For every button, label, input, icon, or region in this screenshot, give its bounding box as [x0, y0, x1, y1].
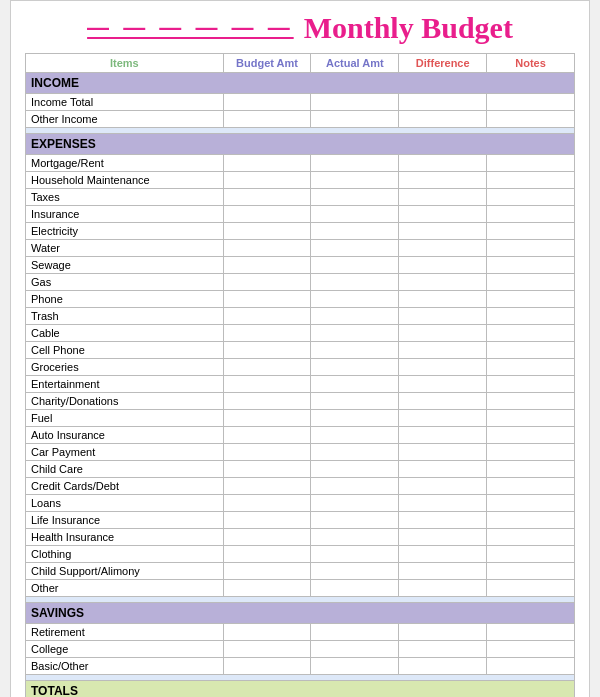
row-cell	[223, 111, 311, 128]
row-label: Loans	[26, 495, 224, 512]
row-cell	[399, 461, 487, 478]
row-cell	[399, 325, 487, 342]
row-label: Water	[26, 240, 224, 257]
row-label: Other Income	[26, 111, 224, 128]
col-notes-header: Notes	[487, 54, 575, 73]
row-cell	[399, 546, 487, 563]
row-cell	[223, 580, 311, 597]
row-cell	[487, 223, 575, 240]
row-label: Insurance	[26, 206, 224, 223]
table-row: Income Total	[26, 94, 575, 111]
row-cell	[399, 223, 487, 240]
row-cell	[223, 546, 311, 563]
table-row: Sewage	[26, 257, 575, 274]
table-row: Water	[26, 240, 575, 257]
row-cell	[487, 393, 575, 410]
row-cell	[399, 563, 487, 580]
row-cell	[399, 342, 487, 359]
row-cell	[399, 495, 487, 512]
row-cell	[223, 342, 311, 359]
budget-table: Items Budget Amt Actual Amt Difference N…	[25, 53, 575, 697]
section-header-row: INCOME	[26, 73, 575, 94]
table-row: Entertainment	[26, 376, 575, 393]
row-cell	[487, 641, 575, 658]
row-cell	[487, 624, 575, 641]
row-cell	[487, 325, 575, 342]
table-row: Electricity	[26, 223, 575, 240]
row-cell	[311, 641, 399, 658]
row-cell	[223, 325, 311, 342]
row-cell	[311, 512, 399, 529]
row-cell	[311, 376, 399, 393]
row-cell	[311, 529, 399, 546]
row-cell	[223, 155, 311, 172]
row-cell	[311, 325, 399, 342]
table-row: Mortgage/Rent	[26, 155, 575, 172]
row-cell	[311, 563, 399, 580]
row-cell	[311, 155, 399, 172]
row-cell	[311, 291, 399, 308]
row-cell	[223, 257, 311, 274]
row-label: Sewage	[26, 257, 224, 274]
row-cell	[223, 444, 311, 461]
row-label: Household Maintenance	[26, 172, 224, 189]
row-cell	[399, 257, 487, 274]
row-cell	[223, 274, 311, 291]
row-cell	[311, 223, 399, 240]
table-row: Credit Cards/Debt	[26, 478, 575, 495]
row-label: Child Support/Alimony	[26, 563, 224, 580]
row-label: Entertainment	[26, 376, 224, 393]
row-label: Groceries	[26, 359, 224, 376]
row-cell	[399, 274, 487, 291]
col-budget-header: Budget Amt	[223, 54, 311, 73]
row-cell	[399, 529, 487, 546]
row-cell	[487, 291, 575, 308]
row-cell	[311, 444, 399, 461]
row-cell	[487, 94, 575, 111]
row-label: Gas	[26, 274, 224, 291]
row-cell	[311, 546, 399, 563]
row-cell	[223, 393, 311, 410]
table-row: Clothing	[26, 546, 575, 563]
row-label: Taxes	[26, 189, 224, 206]
row-cell	[487, 427, 575, 444]
row-cell	[487, 359, 575, 376]
row-label: College	[26, 641, 224, 658]
col-actual-header: Actual Amt	[311, 54, 399, 73]
row-label: Clothing	[26, 546, 224, 563]
row-cell	[399, 94, 487, 111]
row-cell	[487, 206, 575, 223]
row-cell	[311, 495, 399, 512]
row-cell	[399, 155, 487, 172]
table-row: Child Support/Alimony	[26, 563, 575, 580]
row-label: Trash	[26, 308, 224, 325]
row-cell	[399, 240, 487, 257]
row-cell	[223, 461, 311, 478]
row-cell	[399, 512, 487, 529]
row-cell	[311, 580, 399, 597]
row-cell	[311, 94, 399, 111]
table-row: Retirement	[26, 624, 575, 641]
row-cell	[399, 359, 487, 376]
table-row: Child Care	[26, 461, 575, 478]
row-label: Mortgage/Rent	[26, 155, 224, 172]
row-label: Other	[26, 580, 224, 597]
page-header: — — — — — — Monthly Budget	[25, 11, 575, 45]
row-label: Electricity	[26, 223, 224, 240]
table-row: Insurance	[26, 206, 575, 223]
budget-page: — — — — — — Monthly Budget Items Budget …	[10, 0, 590, 697]
section-header-row: TOTALS	[26, 681, 575, 698]
row-cell	[223, 427, 311, 444]
table-row: Fuel	[26, 410, 575, 427]
row-cell	[223, 641, 311, 658]
row-cell	[223, 512, 311, 529]
row-cell	[223, 223, 311, 240]
row-cell	[487, 257, 575, 274]
table-row: Taxes	[26, 189, 575, 206]
row-cell	[311, 393, 399, 410]
row-cell	[487, 172, 575, 189]
row-cell	[223, 410, 311, 427]
row-label: Charity/Donations	[26, 393, 224, 410]
row-label: Cell Phone	[26, 342, 224, 359]
row-label: Retirement	[26, 624, 224, 641]
